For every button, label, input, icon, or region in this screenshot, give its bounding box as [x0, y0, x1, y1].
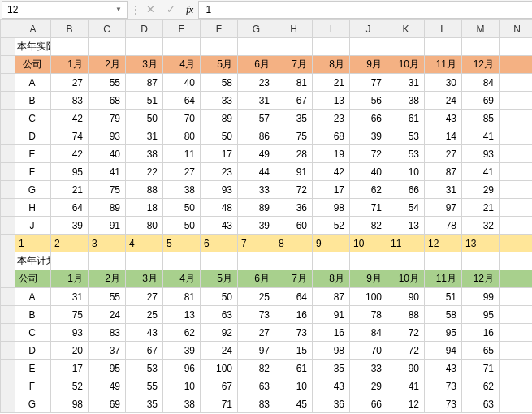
cell[interactable]: 9 — [313, 235, 350, 252]
cell[interactable] — [500, 110, 533, 127]
cell[interactable]: 50 — [201, 127, 238, 145]
cell[interactable]: 83 — [89, 324, 126, 342]
cell[interactable]: 57 — [238, 110, 275, 127]
cell[interactable]: 43 — [126, 324, 163, 342]
cell[interactable]: 73 — [275, 324, 313, 342]
cell[interactable]: 1月 — [51, 56, 89, 74]
row-header[interactable] — [1, 56, 15, 74]
cell[interactable] — [500, 235, 533, 252]
cell[interactable]: 42 — [51, 110, 89, 127]
cell[interactable]: 25 — [238, 288, 275, 306]
cell[interactable]: 83 — [238, 395, 275, 413]
col-header-G[interactable]: G — [238, 20, 275, 38]
cell[interactable]: 4 — [126, 235, 163, 252]
cell[interactable]: 60 — [275, 217, 313, 235]
cell[interactable] — [500, 127, 533, 145]
select-all-corner[interactable] — [1, 20, 15, 38]
cell[interactable]: 98 — [313, 199, 350, 217]
cell[interactable]: 45 — [275, 395, 313, 413]
cell[interactable]: 50 — [201, 288, 238, 306]
cell[interactable]: 23 — [313, 110, 350, 127]
cell[interactable] — [238, 252, 275, 270]
cell[interactable]: 8月 — [313, 56, 350, 74]
cancel-icon[interactable]: ✕ — [141, 3, 161, 15]
cell[interactable]: 41 — [462, 163, 500, 181]
cell[interactable] — [89, 38, 126, 56]
cell[interactable] — [500, 324, 533, 342]
cell[interactable]: 89 — [238, 199, 275, 217]
row-header[interactable] — [1, 235, 15, 252]
col-header-K[interactable]: K — [387, 20, 425, 38]
cell[interactable]: 5月 — [201, 56, 238, 74]
cell[interactable]: 62 — [163, 324, 201, 342]
row-header[interactable] — [1, 395, 15, 413]
cell[interactable]: 27 — [126, 288, 163, 306]
cell[interactable]: 14 — [425, 127, 462, 145]
cell[interactable]: 21 — [313, 74, 350, 92]
cell[interactable]: 80 — [126, 217, 163, 235]
cell[interactable]: 70 — [350, 342, 387, 360]
cell[interactable]: 73 — [425, 395, 462, 413]
cell[interactable]: 52 — [51, 377, 89, 395]
cell[interactable]: 53 — [387, 145, 425, 163]
row-header[interactable] — [1, 127, 15, 145]
cell[interactable]: 62 — [350, 181, 387, 199]
cell[interactable] — [350, 38, 387, 56]
cell[interactable] — [313, 252, 350, 270]
cell[interactable]: 38 — [387, 92, 425, 110]
cell[interactable]: 94 — [425, 342, 462, 360]
cell[interactable]: 50 — [163, 199, 201, 217]
col-header-N[interactable]: N — [500, 20, 533, 38]
cell[interactable]: 84 — [350, 324, 387, 342]
col-header-I[interactable]: I — [313, 20, 350, 38]
cell[interactable] — [425, 252, 462, 270]
cell[interactable]: 7月 — [275, 56, 313, 74]
cell[interactable]: 17 — [201, 145, 238, 163]
cell[interactable]: 公司 — [15, 270, 51, 288]
spreadsheet-grid[interactable]: ABCDEFGHIJKLMN 本年实际公司1月2月3月4月5月6月7月8月9月1… — [0, 19, 532, 413]
cell[interactable]: 75 — [51, 306, 89, 324]
cell[interactable] — [462, 252, 500, 270]
cell[interactable]: 71 — [201, 395, 238, 413]
cell[interactable]: 72 — [387, 342, 425, 360]
cell[interactable]: 55 — [89, 288, 126, 306]
cell[interactable]: G — [15, 181, 51, 199]
cell[interactable]: 16 — [313, 324, 350, 342]
cell[interactable]: 36 — [313, 395, 350, 413]
cell[interactable]: 51 — [126, 92, 163, 110]
cell[interactable]: 85 — [462, 110, 500, 127]
cell[interactable]: 55 — [126, 377, 163, 395]
cell[interactable]: 66 — [387, 181, 425, 199]
cell[interactable]: 90 — [387, 288, 425, 306]
cell[interactable]: 21 — [51, 181, 89, 199]
cell[interactable]: 81 — [163, 288, 201, 306]
cell[interactable]: 10 — [163, 377, 201, 395]
cell[interactable] — [387, 252, 425, 270]
cell[interactable]: A — [15, 74, 51, 92]
cell[interactable]: 78 — [425, 217, 462, 235]
row-header[interactable] — [1, 324, 15, 342]
cell[interactable]: 25 — [126, 306, 163, 324]
cell[interactable]: 69 — [462, 92, 500, 110]
cell[interactable]: 2月 — [89, 56, 126, 74]
cell[interactable]: 75 — [275, 127, 313, 145]
cell[interactable] — [500, 145, 533, 163]
cell[interactable]: 42 — [51, 145, 89, 163]
cell[interactable]: 72 — [350, 145, 387, 163]
cell[interactable]: 8月 — [313, 270, 350, 288]
cell[interactable]: D — [15, 127, 51, 145]
cell[interactable]: 24 — [89, 306, 126, 324]
cell[interactable]: 64 — [51, 199, 89, 217]
cell[interactable]: 80 — [163, 127, 201, 145]
cell[interactable] — [201, 38, 238, 56]
col-header-B[interactable]: B — [51, 20, 89, 38]
cell[interactable]: 41 — [462, 127, 500, 145]
col-header-D[interactable]: D — [126, 20, 163, 38]
cell[interactable]: 82 — [350, 217, 387, 235]
cell[interactable]: 98 — [51, 395, 89, 413]
cell[interactable]: 63 — [201, 306, 238, 324]
cell[interactable]: 12 — [387, 395, 425, 413]
cell[interactable]: 13 — [387, 217, 425, 235]
cell[interactable]: 19 — [313, 145, 350, 163]
row-header[interactable] — [1, 92, 15, 110]
